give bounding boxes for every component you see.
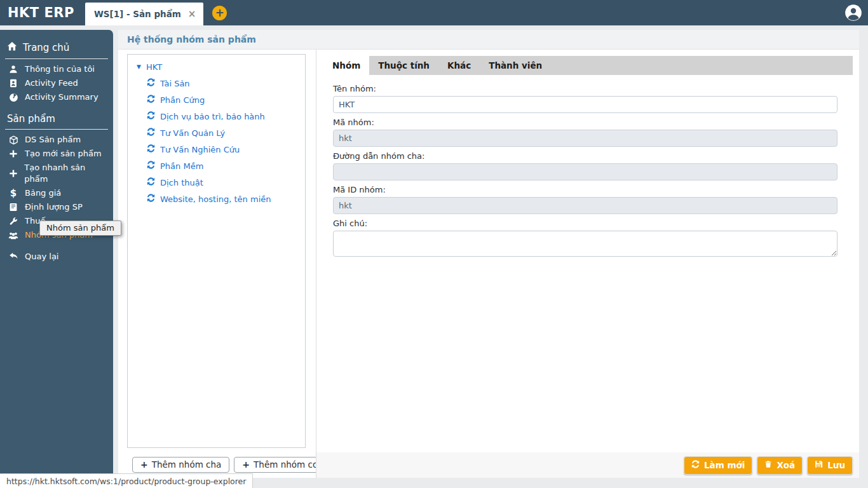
sidebar-item-activity-feed[interactable]: Activity Feed bbox=[0, 76, 113, 90]
sidebar-item-label: Tạo nhanh sản phẩm bbox=[24, 162, 108, 185]
parent-path-input bbox=[333, 163, 837, 180]
sidebar-item-product-list[interactable]: DS Sản phẩm bbox=[0, 133, 113, 147]
tree-item[interactable]: Tư Vấn Quản Lý bbox=[135, 125, 305, 141]
sidebar-item-my-info[interactable]: Thông tin của tôi bbox=[0, 62, 113, 76]
parent-path-label: Đường dẫn nhóm cha: bbox=[333, 151, 859, 161]
tree-root-node[interactable]: ▼ HKT bbox=[135, 61, 305, 75]
tree-item[interactable]: Phần Mềm bbox=[135, 158, 305, 174]
refresh-icon bbox=[147, 111, 155, 121]
sidebar-item-label: Thông tin của tôi bbox=[25, 64, 95, 75]
refresh-icon bbox=[147, 78, 155, 88]
sidebar-item-label: Bảng giá bbox=[25, 187, 61, 199]
plus-icon bbox=[8, 149, 19, 158]
reply-icon bbox=[8, 252, 19, 261]
tree-item-label: Phần Cứng bbox=[160, 95, 205, 105]
note-label: Ghi chú: bbox=[333, 219, 859, 228]
statusbar-url: https://hkt.hktsoft.com/ws:1/product/pro… bbox=[6, 477, 246, 486]
group-code-input bbox=[333, 130, 837, 147]
refresh-icon bbox=[691, 460, 700, 470]
group-detail-pane: Nhóm Thuộc tính Khác Thành viên Tên nhóm… bbox=[316, 50, 859, 478]
sidebar-tooltip: Nhóm sản phẩm bbox=[39, 220, 121, 236]
group-code-label: Mã nhóm: bbox=[333, 118, 859, 127]
sidebar-item-label: Tạo mới sản phẩm bbox=[25, 148, 102, 159]
id-badge-icon bbox=[8, 79, 19, 88]
user-icon bbox=[8, 65, 19, 74]
cube-icon bbox=[8, 135, 19, 145]
book-icon bbox=[8, 203, 19, 212]
plus-icon: + bbox=[242, 460, 250, 469]
save-button-label: Lưu bbox=[827, 460, 845, 470]
tree-item[interactable]: Tài Sản bbox=[135, 75, 305, 92]
tree-item-label: Tư Vấn Quản Lý bbox=[160, 128, 225, 138]
delete-button[interactable]: Xoá bbox=[757, 456, 803, 475]
delete-button-label: Xoá bbox=[776, 460, 795, 470]
tree-item-label: Website, hosting, tên miền bbox=[160, 194, 271, 204]
plus-icon: + bbox=[215, 8, 224, 18]
group-name-input[interactable] bbox=[333, 96, 837, 113]
tree-root-label: HKT bbox=[146, 62, 162, 72]
group-name-label: Tên nhóm: bbox=[333, 84, 859, 93]
tree-item-label: Phần Mềm bbox=[160, 161, 203, 171]
add-workspace-button[interactable]: + bbox=[212, 6, 227, 20]
sidebar-item-label: Activity Feed bbox=[25, 78, 78, 89]
detail-action-bar: Làm mới Xoá Lưu bbox=[316, 452, 859, 478]
workspace-tab-label: WS[1] - Sản phẩm bbox=[94, 9, 181, 19]
sidebar-section-label: Sản phẩm bbox=[7, 113, 55, 125]
plus-icon: + bbox=[140, 460, 148, 469]
sidebar-item-product-quantification[interactable]: Định lượng SP bbox=[0, 200, 113, 214]
sidebar-section-products[interactable]: Sản phẩm bbox=[5, 111, 108, 130]
detail-tabbar: Nhóm Thuộc tính Khác Thành viên bbox=[323, 56, 853, 75]
group-form: Tên nhóm: Mã nhóm: Đường dẫn nhóm cha: M… bbox=[316, 75, 859, 257]
tab-other[interactable]: Khác bbox=[438, 56, 480, 75]
tree-item-label: Dịch vụ bảo trì, bảo hành bbox=[160, 112, 265, 121]
refresh-icon bbox=[147, 161, 155, 171]
tree-item-label: Tư Vấn Nghiên Cứu bbox=[160, 145, 240, 154]
account-icon[interactable] bbox=[844, 4, 862, 22]
home-icon bbox=[7, 41, 17, 54]
sidebar-item-label: Định lượng SP bbox=[25, 201, 83, 213]
sidebar: Trang chủ Thông tin của tôi Activity Fee… bbox=[0, 30, 113, 473]
dollar-icon: $ bbox=[8, 187, 19, 199]
tab-members[interactable]: Thành viên bbox=[480, 56, 551, 75]
sidebar-item-label: DS Sản phẩm bbox=[25, 134, 81, 146]
tree-item[interactable]: Website, hosting, tên miền bbox=[135, 191, 305, 207]
tree-item[interactable]: Dịch thuật bbox=[135, 174, 305, 191]
page-title: Hệ thống nhóm sản phẩm bbox=[127, 34, 256, 44]
refresh-button[interactable]: Làm mới bbox=[684, 456, 752, 475]
save-icon bbox=[815, 460, 823, 470]
close-icon[interactable]: × bbox=[188, 10, 196, 19]
tab-group[interactable]: Nhóm bbox=[323, 56, 369, 75]
sidebar-item-back[interactable]: Quay lại bbox=[0, 250, 113, 264]
refresh-icon bbox=[147, 177, 155, 187]
app-logo: HKT ERP bbox=[0, 5, 85, 20]
sidebar-section-home[interactable]: Trang chủ bbox=[5, 39, 108, 59]
save-button[interactable]: Lưu bbox=[807, 456, 853, 475]
refresh-icon bbox=[147, 144, 155, 154]
users-icon bbox=[8, 231, 19, 240]
tree-item-label: Tài Sản bbox=[160, 79, 190, 88]
tree-item[interactable]: Tư Vấn Nghiên Cứu bbox=[135, 141, 305, 158]
sidebar-item-quick-create-product[interactable]: Tạo nhanh sản phẩm bbox=[0, 161, 113, 186]
refresh-icon bbox=[147, 128, 155, 138]
tree-actions: + Thêm nhóm cha + Thêm nhóm con bbox=[132, 457, 332, 473]
content-card: Hệ thống nhóm sản phẩm ▼ HKT Tài Sản Phầ… bbox=[118, 30, 859, 478]
sidebar-item-activity-summary[interactable]: Activity Summary bbox=[0, 90, 113, 104]
wrench-icon bbox=[8, 217, 19, 226]
page-header: Hệ thống nhóm sản phẩm bbox=[118, 30, 859, 50]
tree-item-label: Dịch thuật bbox=[160, 178, 203, 187]
group-id-input bbox=[333, 197, 837, 214]
sidebar-item-price-list[interactable]: $ Bảng giá bbox=[0, 186, 113, 200]
top-bar: HKT ERP WS[1] - Sản phẩm × + bbox=[0, 0, 868, 25]
note-textarea[interactable] bbox=[333, 231, 837, 257]
add-parent-group-button[interactable]: + Thêm nhóm cha bbox=[132, 457, 229, 473]
refresh-icon bbox=[147, 95, 155, 105]
link-preview-statusbar: https://hkt.hktsoft.com/ws:1/product/pro… bbox=[0, 473, 253, 488]
plus-icon bbox=[8, 169, 18, 178]
sidebar-item-label: Quay lại bbox=[25, 251, 58, 262]
caret-down-icon[interactable]: ▼ bbox=[137, 64, 141, 70]
tree-item[interactable]: Dịch vụ bảo trì, bảo hành bbox=[135, 108, 305, 125]
tree-item[interactable]: Phần Cứng bbox=[135, 92, 305, 108]
workspace-tab[interactable]: WS[1] - Sản phẩm × bbox=[85, 3, 204, 25]
sidebar-item-create-product[interactable]: Tạo mới sản phẩm bbox=[0, 147, 113, 161]
tab-attributes[interactable]: Thuộc tính bbox=[369, 56, 438, 75]
